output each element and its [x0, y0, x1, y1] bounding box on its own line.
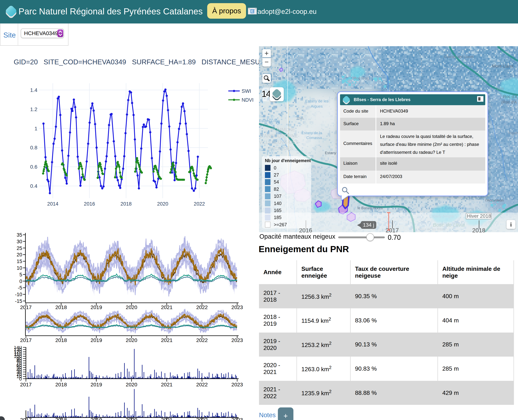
svg-text:35: 35 [17, 232, 22, 238]
svg-text:2023: 2023 [231, 417, 243, 420]
svg-text:1: 1 [34, 126, 37, 131]
svg-text:0.8: 0.8 [30, 145, 37, 150]
svg-text:15: 15 [17, 259, 22, 264]
svg-text:COMMUNE: COMMUNE [271, 127, 295, 132]
svg-text:2014: 2014 [47, 201, 58, 207]
svg-text:140: 140 [14, 346, 22, 350]
svg-text:Estany de les: Estany de les [305, 99, 328, 103]
svg-text:2019: 2019 [91, 417, 102, 420]
svg-text:2021: 2021 [161, 337, 172, 343]
svg-text:2019: 2019 [91, 337, 102, 343]
svg-text:Mont Llaret: Mont Llaret [492, 64, 514, 68]
svg-text:ESCALDES: ESCALDES [268, 146, 293, 151]
svg-text:2018: 2018 [55, 337, 67, 343]
svg-text:NDVI: NDVI [242, 97, 254, 103]
svg-text:SWI: SWI [242, 88, 251, 94]
svg-text:-10: -10 [15, 292, 22, 297]
svg-text:1.2: 1.2 [30, 106, 37, 112]
svg-text:2017: 2017 [20, 337, 32, 343]
svg-text:30: 30 [17, 239, 22, 244]
svg-text:Comassa: Comassa [306, 136, 322, 140]
svg-text:Corrals del Llaret: Corrals del Llaret [444, 54, 474, 59]
svg-text:2016: 2016 [84, 201, 95, 207]
svg-text:Aigues: Aigues [311, 104, 323, 108]
svg-text:.2320: .2320 [496, 87, 504, 90]
svg-text:l'Accordeon: l'Accordeon [485, 198, 504, 202]
svg-text:1.4: 1.4 [30, 87, 37, 93]
svg-text:25: 25 [17, 246, 22, 251]
svg-text:le Bones Hores: le Bones Hores [358, 206, 383, 210]
svg-text:2022: 2022 [194, 201, 205, 207]
svg-text:2018: 2018 [121, 201, 131, 207]
svg-text:5: 5 [19, 272, 22, 278]
svg-text:0: 0 [19, 278, 22, 284]
svg-text:20: 20 [17, 252, 22, 257]
svg-text:2018: 2018 [55, 417, 67, 420]
svg-text:Estany de la: Estany de la [302, 131, 322, 135]
svg-text:Estany Llarg: Estany Llarg [445, 206, 466, 210]
svg-text:Roc d'A: Roc d'A [503, 94, 518, 99]
svg-text:10: 10 [17, 265, 22, 271]
svg-text:2022: 2022 [196, 337, 208, 343]
svg-text:2020: 2020 [126, 417, 137, 420]
svg-text:0.6: 0.6 [30, 164, 37, 170]
svg-text:E: E [251, 9, 253, 13]
svg-text:Roc Roig: Roc Roig [353, 76, 369, 80]
svg-text:VILLENEUVE-DES-: VILLENEUVE-DES- [259, 140, 300, 145]
svg-text:2023: 2023 [231, 337, 243, 343]
svg-text:2022: 2022 [196, 417, 208, 420]
svg-text:-5: -5 [18, 285, 22, 291]
svg-text:D'ANGOUSTRINE-: D'ANGOUSTRINE- [260, 133, 299, 138]
svg-text:-15: -15 [15, 298, 22, 304]
svg-text:2021: 2021 [161, 417, 172, 420]
svg-text:.2245: .2245 [296, 117, 303, 120]
svg-text:0.4: 0.4 [30, 183, 37, 189]
svg-text:2020: 2020 [157, 201, 168, 207]
svg-text:Rigalls d: Rigalls d [508, 131, 518, 135]
svg-text:(Roc d'A: (Roc d'A [501, 100, 517, 105]
svg-text:2017: 2017 [20, 417, 32, 420]
svg-text:2020: 2020 [126, 337, 137, 343]
svg-text:Estany Long: Estany Long [259, 119, 280, 123]
